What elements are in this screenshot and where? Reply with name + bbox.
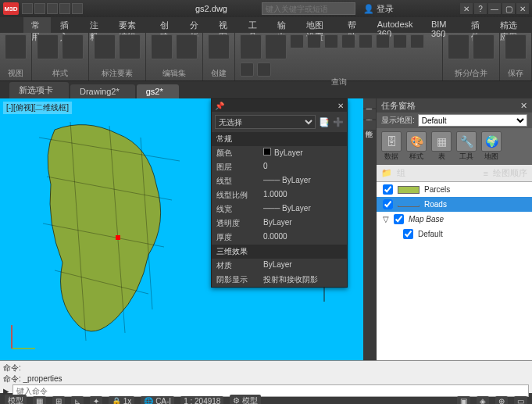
properties-palette[interactable]: 📌 ✕ 无选择 📑 ➕ 常规 颜色ByLayer 图层0 线型─── ByLay…: [211, 98, 348, 288]
minimize-button[interactable]: —: [488, 3, 501, 14]
map-selector[interactable]: Default: [418, 114, 527, 127]
qat-redo-icon[interactable]: [72, 3, 83, 14]
annot-scale[interactable]: 🔒 1x: [109, 396, 134, 405]
tool-icon[interactable]: [376, 34, 390, 48]
clean-screen-toggle[interactable]: ▭: [514, 396, 527, 405]
doc-tab-active[interactable]: gs2*: [137, 84, 179, 98]
ribbon-tab-a360[interactable]: Autodesk 360: [370, 17, 422, 33]
data-button[interactable]: 🗄: [381, 131, 402, 152]
relate-button[interactable]: [240, 34, 262, 59]
command-window[interactable]: 命令: 命令: _properties ▶: [0, 360, 532, 393]
selection-dropdown[interactable]: 无选择: [215, 115, 316, 129]
ribbon-tab-map-setup[interactable]: 地图设置: [298, 17, 338, 33]
prop-value-linetype[interactable]: ─── ByLayer: [263, 176, 342, 187]
ribbon-tab-addins[interactable]: 插件: [463, 17, 491, 33]
palette-pin-icon[interactable]: 📌: [215, 102, 224, 110]
language-toggle[interactable]: 🌐 CA-I: [141, 396, 174, 405]
table-button[interactable]: ▦: [431, 131, 452, 152]
ribbon-tab-help[interactable]: 帮助: [340, 17, 367, 33]
split-button[interactable]: [448, 34, 470, 59]
maximize-button[interactable]: ▢: [502, 3, 515, 14]
quickselect-icon[interactable]: 📑: [319, 117, 330, 127]
zoom-extents-button[interactable]: [5, 34, 27, 59]
draw-order-icon[interactable]: ≡: [484, 169, 488, 178]
ribbon-tab-bim360[interactable]: BIM 360: [423, 17, 462, 33]
drawing-canvas[interactable]: [-][俯视][二维线框] 📌 ✕ 无选择: [0, 98, 363, 360]
qat-save-icon[interactable]: [47, 3, 58, 14]
qat-open-icon[interactable]: [34, 3, 45, 14]
model-tab[interactable]: 模型: [5, 395, 27, 404]
prop-value-material[interactable]: ByLayer: [263, 260, 342, 271]
layer-row-selected[interactable]: Roads: [377, 197, 532, 212]
table-button[interactable]: [37, 34, 59, 59]
palette-tab[interactable]: 要素加工器: [363, 98, 376, 108]
snap-toggle[interactable]: ⊞: [52, 396, 65, 405]
status-icon[interactable]: ⊕: [495, 396, 508, 405]
palette-tab[interactable]: 性能: [363, 120, 376, 130]
expand-icon[interactable]: ▽: [383, 215, 389, 223]
close-button[interactable]: ✕: [516, 3, 529, 14]
ortho-toggle[interactable]: ⊾: [71, 396, 84, 405]
layer-visible-checkbox[interactable]: [383, 199, 393, 209]
layer-row[interactable]: ▽ Map Base: [377, 212, 532, 227]
ribbon-tab-feature-edit[interactable]: 要素编辑: [111, 17, 151, 33]
tool-icon[interactable]: [307, 34, 321, 48]
save-button[interactable]: [505, 34, 527, 59]
tool-icon[interactable]: [290, 34, 304, 48]
palette-close-icon[interactable]: ✕: [337, 102, 344, 110]
exchange-icon[interactable]: ✕: [460, 3, 473, 14]
prop-value-color[interactable]: ByLayer: [263, 148, 342, 159]
status-icon[interactable]: ▣: [457, 396, 470, 405]
style-button[interactable]: 🎨: [406, 131, 427, 152]
prop-value-shadow[interactable]: 投射和接收阴影: [263, 274, 342, 285]
style-editor-button[interactable]: [62, 34, 84, 59]
layer-visible-checkbox[interactable]: [403, 229, 413, 239]
help-search-input[interactable]: [262, 2, 355, 15]
polar-toggle[interactable]: ✦: [90, 396, 102, 405]
label-button[interactable]: [119, 34, 141, 59]
drawing-scale[interactable]: 1 : 204918: [180, 396, 223, 405]
prop-value-thickness[interactable]: 0.0000: [263, 232, 342, 243]
tool-icon[interactable]: [324, 34, 338, 48]
prop-value-ltscale[interactable]: 1.0000: [263, 190, 342, 201]
ribbon-tab-annotate[interactable]: 注释: [82, 17, 109, 33]
merge-button[interactable]: [473, 34, 495, 59]
tool-icon[interactable]: [257, 63, 271, 77]
ribbon-tab-view[interactable]: 视图: [211, 17, 238, 33]
tool-icon[interactable]: [410, 34, 424, 48]
new-feature-button[interactable]: [208, 34, 230, 59]
doc-tab[interactable]: 新选项卡: [9, 82, 69, 98]
login-link[interactable]: 👤 登录: [363, 3, 394, 15]
tools-button[interactable]: 🔧: [456, 131, 477, 152]
viewport-label[interactable]: [-][俯视][二维线框]: [3, 102, 72, 114]
tool-icon[interactable]: [341, 34, 355, 48]
ribbon-tab-tools[interactable]: 工具: [241, 17, 268, 33]
map-button[interactable]: 🌍: [481, 131, 502, 152]
grid-toggle[interactable]: ▦: [33, 396, 46, 405]
label-to-text-button[interactable]: [94, 34, 116, 59]
qat-new-icon[interactable]: [22, 3, 33, 14]
prop-value-lineweight[interactable]: ─── ByLayer: [263, 204, 342, 215]
ribbon-tab-output[interactable]: 输出: [270, 17, 297, 33]
ribbon-tab-featured[interactable]: 精选应用: [492, 17, 532, 33]
group-icon[interactable]: 📁: [381, 168, 392, 178]
layer-row[interactable]: Parcels: [377, 182, 532, 197]
qat-undo-icon[interactable]: [59, 3, 70, 14]
command-input[interactable]: [12, 384, 529, 397]
ribbon-tab-create[interactable]: 创建: [152, 17, 180, 33]
palette-tab[interactable]: 要素数据格: [363, 109, 376, 119]
tool-icon[interactable]: [240, 63, 254, 77]
ribbon-tab-home[interactable]: 常用: [23, 17, 51, 33]
layer-visible-checkbox[interactable]: [383, 184, 393, 195]
workspace-toggle[interactable]: ⚙ 模型: [230, 395, 261, 404]
layer-row[interactable]: Default: [377, 227, 532, 241]
taskpane-close-icon[interactable]: ✕: [520, 101, 527, 111]
pickadd-icon[interactable]: ➕: [333, 117, 344, 127]
prop-value-layer[interactable]: 0: [263, 162, 342, 173]
layer-visible-checkbox[interactable]: [394, 214, 404, 224]
checkin-button[interactable]: [176, 34, 198, 59]
tool-icon[interactable]: [393, 34, 407, 48]
prop-value-transparency[interactable]: ByLayer: [263, 218, 342, 229]
tool-icon[interactable]: [359, 34, 373, 48]
calculate-button[interactable]: [265, 34, 287, 59]
